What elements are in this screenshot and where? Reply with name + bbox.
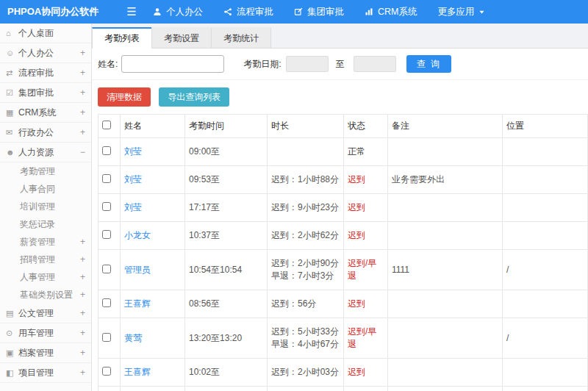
approve-icon: ☑ bbox=[6, 88, 18, 98]
name-cell: 刘莹 bbox=[121, 194, 185, 222]
sidebar-item-archive-management[interactable]: ▣档案管理+ bbox=[0, 343, 91, 363]
location-cell: / bbox=[503, 387, 588, 391]
remark-cell bbox=[388, 194, 503, 222]
tab-attendance-stats[interactable]: 考勤统计 bbox=[211, 27, 271, 48]
date-start-input[interactable] bbox=[286, 56, 329, 72]
search-button[interactable]: 查 询 bbox=[406, 55, 451, 73]
checkbox-cell bbox=[98, 222, 121, 250]
duration-cell: 迟到：1小时88分 bbox=[268, 166, 344, 194]
row-checkbox[interactable] bbox=[102, 298, 111, 307]
expander-icon[interactable]: + bbox=[79, 237, 85, 247]
employee-name-link[interactable]: 王喜辉 bbox=[124, 298, 151, 309]
expander-icon[interactable]: + bbox=[79, 107, 85, 118]
sidebar-item-label: 档案管理 bbox=[18, 347, 79, 359]
remark-cell bbox=[388, 222, 503, 250]
location-cell bbox=[503, 290, 588, 318]
row-checkbox[interactable] bbox=[102, 174, 111, 183]
sidebar-item-document-management[interactable]: ▤公文管理+ bbox=[0, 304, 91, 323]
nav-item-more-apps[interactable]: 更多应用 bbox=[437, 6, 485, 18]
row-checkbox[interactable] bbox=[102, 146, 111, 155]
sidebar-item-recruitment-management[interactable]: 招聘管理+ bbox=[0, 251, 91, 268]
checkbox-cell bbox=[98, 290, 121, 318]
sidebar-item-reward-punishment[interactable]: 奖惩记录 bbox=[0, 215, 91, 233]
sidebar-item-label: 人事合同 bbox=[20, 183, 85, 196]
sidebar-item-vehicle-management[interactable]: ⊙用车管理+ bbox=[0, 323, 91, 343]
remark-cell: 业务需要外出 bbox=[388, 166, 503, 194]
sidebar-item-base-category-settings[interactable]: 基础类别设置+ bbox=[0, 286, 91, 304]
sidebar-item-training-management[interactable]: 培训管理 bbox=[0, 198, 91, 215]
sidebar-item-label: 项目管理 bbox=[18, 367, 79, 379]
status-cell: 迟到 bbox=[344, 387, 388, 391]
table-row: 王喜辉08:56至迟到：56分迟到 bbox=[98, 290, 588, 318]
status-cell: 迟到 bbox=[344, 194, 388, 222]
name-cell: 刘莹 bbox=[121, 166, 185, 194]
column-header: 考勤时间 bbox=[185, 115, 268, 138]
expander-icon[interactable]: + bbox=[79, 328, 85, 338]
hr-icon: ☻ bbox=[6, 148, 18, 157]
row-checkbox[interactable] bbox=[102, 202, 111, 211]
expander-icon[interactable]: + bbox=[79, 254, 85, 265]
row-checkbox[interactable] bbox=[102, 230, 111, 239]
location-cell bbox=[503, 359, 588, 387]
sidebar-item-label: 集团审批 bbox=[18, 87, 79, 99]
hamburger-icon[interactable]: ☰ bbox=[122, 5, 141, 18]
row-checkbox[interactable] bbox=[102, 333, 111, 342]
sidebar-item-personal-desktop[interactable]: ⌂个人桌面 bbox=[0, 24, 91, 43]
employee-name-link[interactable]: 刘莹 bbox=[124, 174, 142, 184]
duration-cell: 迟到：56分 bbox=[268, 290, 344, 318]
nav-item-workflow-approval[interactable]: 流程审批 bbox=[223, 6, 273, 18]
expander-icon[interactable]: + bbox=[79, 272, 85, 282]
expander-icon[interactable]: + bbox=[79, 48, 85, 58]
expander-icon[interactable]: + bbox=[79, 87, 85, 98]
sidebar-item-crm-system[interactable]: ▦CRM系统+ bbox=[0, 103, 91, 123]
clear-data-button[interactable]: 清理数据 bbox=[98, 87, 151, 107]
sidebar-item-project-management[interactable]: ◧项目管理+ bbox=[0, 363, 91, 383]
employee-name-link[interactable]: 小龙女 bbox=[124, 230, 151, 240]
name-cell: 小龙女 bbox=[121, 222, 185, 250]
name-input[interactable] bbox=[121, 55, 224, 73]
expander-icon[interactable]: + bbox=[79, 290, 85, 300]
date-end-input[interactable] bbox=[354, 56, 396, 72]
tab-attendance-settings[interactable]: 考勤设置 bbox=[151, 27, 212, 48]
expander-icon[interactable]: + bbox=[79, 68, 85, 78]
attendance-time-cell: 10:37至 bbox=[185, 222, 268, 250]
table-row: 王喜辉10:02至迟到：2小时03分迟到 bbox=[98, 359, 588, 387]
expander-icon[interactable]: + bbox=[79, 367, 85, 378]
row-checkbox[interactable] bbox=[102, 265, 111, 273]
employee-name-link[interactable]: 管理员 bbox=[124, 265, 151, 275]
checkbox-cell bbox=[98, 166, 121, 194]
column-header: 姓名 bbox=[121, 115, 185, 138]
sidebar-item-salary-management[interactable]: 薪资管理+ bbox=[0, 233, 91, 251]
duration-cell bbox=[268, 138, 344, 166]
nav-item-label: 流程审批 bbox=[237, 6, 273, 18]
nav-item-group-approval[interactable]: 集团审批 bbox=[294, 6, 344, 18]
export-list-button[interactable]: 导出查询列表 bbox=[159, 87, 229, 107]
expander-icon[interactable]: − bbox=[79, 147, 85, 157]
archive-icon: ▣ bbox=[6, 348, 18, 358]
tab-attendance-list[interactable]: 考勤列表 bbox=[92, 27, 152, 49]
sidebar-item-label: 公文管理 bbox=[18, 307, 79, 320]
desktop-icon: ⌂ bbox=[6, 29, 18, 37]
row-checkbox[interactable] bbox=[102, 367, 111, 376]
sidebar-item-human-resources[interactable]: ☻人力资源− bbox=[0, 143, 91, 162]
sidebar-item-workflow-approval[interactable]: ⇄流程审批+ bbox=[0, 63, 91, 83]
expander-icon[interactable]: + bbox=[79, 348, 85, 358]
expander-icon[interactable]: + bbox=[79, 127, 85, 137]
employee-name-link[interactable]: 黄莺 bbox=[124, 333, 142, 343]
sidebar-item-personnel-management[interactable]: 人事管理+ bbox=[0, 268, 91, 286]
sidebar-item-admin-office[interactable]: ✉行政办公+ bbox=[0, 123, 91, 143]
expander-icon[interactable]: + bbox=[79, 308, 85, 318]
sidebar-item-personal-office[interactable]: ☺个人办公+ bbox=[0, 43, 91, 63]
nav-item-label: 更多应用 bbox=[437, 6, 474, 18]
sidebar-item-personnel-contract[interactable]: 人事合同 bbox=[0, 180, 91, 198]
sidebar-item-group-approval[interactable]: ☑集团审批+ bbox=[0, 83, 91, 103]
table-row: 刘莹09:00至正常 bbox=[98, 138, 588, 166]
employee-name-link[interactable]: 刘莹 bbox=[124, 202, 142, 212]
nav-item-personal-office[interactable]: 个人办公 bbox=[153, 6, 203, 18]
employee-name-link[interactable]: 刘莹 bbox=[124, 146, 142, 157]
employee-name-link[interactable]: 王喜辉 bbox=[124, 367, 151, 377]
select-all-checkbox[interactable] bbox=[102, 121, 111, 129]
nav-item-crm-system[interactable]: CRM系统 bbox=[365, 6, 417, 18]
sidebar-item-attendance-management[interactable]: 考勤管理 bbox=[0, 162, 91, 180]
user-icon bbox=[153, 7, 162, 16]
